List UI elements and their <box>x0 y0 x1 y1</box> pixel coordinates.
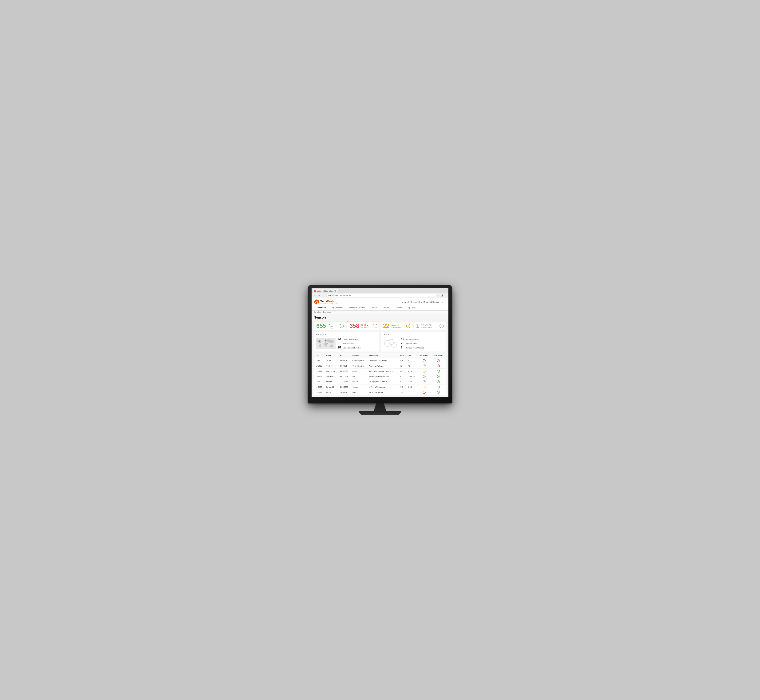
table-row[interactable]: 10:30:29 AC 59 29000001 Czech Republic O… <box>314 358 446 363</box>
tab-dashboard[interactable]: Dashboard <box>314 305 329 310</box>
monitor-screen: Dashboard | SensDesk × + ← → ↻ www.sensd… <box>312 288 448 397</box>
cell-sublocation: 89 Ave NW, Edmonton <box>367 384 398 390</box>
svg-point-4 <box>320 341 320 341</box>
cell-unit: %RH <box>406 384 417 390</box>
col-sublocation: Sublocation <box>367 353 398 358</box>
cell-name: Storage <box>325 379 338 384</box>
cell-location: Italy <box>351 374 367 379</box>
cell-id: 29000001 <box>338 390 351 395</box>
data-table-wrapper: Time Name ID Location Sublocation Value … <box>314 353 446 395</box>
cell-unit: WLD <box>406 379 417 384</box>
groups-stats: 42 Groups with Alarm 25 Sensors in Alarm… <box>401 337 444 350</box>
cell-last-status: ✕ <box>417 374 431 379</box>
stat-disabled-sub: 12 used Devices <box>421 327 438 328</box>
stat-alarm-card[interactable]: 358 ALARM 223 in last 2h ! <box>347 321 379 330</box>
monitor: Dashboard | SensDesk × + ← → ↻ www.sensd… <box>308 285 452 415</box>
status-disabled-icon: ✕ <box>423 375 426 378</box>
groups-card: GROUPS 42 Groups with A <box>381 332 446 352</box>
tab-close-button[interactable]: × <box>334 290 336 292</box>
status-disabled-icon: ✕ <box>423 380 426 383</box>
cell-sublocation: Ottomanova 1339, Prague <box>367 358 398 363</box>
stat-ok-sub: 12 used Devices <box>328 326 338 329</box>
tab-locations[interactable]: Locations <box>392 305 405 310</box>
table-row[interactable]: 10:30:25 Storage 652924144 Sweden Nyborg… <box>314 379 446 384</box>
stat-ok-card[interactable]: 655 OK 12 used Devices ✓ <box>314 321 346 330</box>
cell-actual-status: ✓ <box>431 379 446 384</box>
breadcrumb: SensDesk > Dashboard <box>312 311 448 314</box>
cell-unit: °C <box>406 390 417 395</box>
loc-stat-label-2: Sensors Invalid/Disabled <box>343 347 360 349</box>
address-bar[interactable]: www.sensdesk.com/en/sensdesk <box>326 294 436 297</box>
groups-graphic <box>383 338 399 349</box>
table-row[interactable]: 10:30:27 Server room 366985520 France Ru… <box>314 369 446 374</box>
locations-stats: 22 Locations with Alarm 2 Sensors in Ala… <box>337 337 377 350</box>
stat-ok-info: OK 12 used Devices <box>328 323 338 329</box>
cell-name: Ice box 15 <box>325 384 338 390</box>
user-icon[interactable]: 👤 <box>441 294 444 297</box>
table-row[interactable]: 10:30:29 AC 58 29000001 India Naig Rd 29… <box>314 390 446 395</box>
tab-devices[interactable]: Devices <box>368 305 380 310</box>
status-ok-icon: ✓ <box>423 364 426 367</box>
cell-time: 10:30:28 <box>314 363 325 369</box>
world-map-graphic <box>316 338 336 349</box>
forward-button[interactable]: → <box>317 294 321 297</box>
monitor-stand-base <box>359 411 401 415</box>
cell-value: 48.2 <box>398 369 406 374</box>
table-row[interactable]: 10:30:28 Cooler 5 30000871 Czech Republi… <box>314 363 446 369</box>
tab-groups[interactable]: Groups <box>380 305 392 310</box>
svg-point-8 <box>328 342 328 342</box>
grp-stat-num-2: 3 <box>401 345 405 349</box>
cell-value: 27,3 <box>398 358 406 363</box>
table-header-row: Time Name ID Location Sublocation Value … <box>314 353 446 358</box>
cell-actual-status: ! <box>431 358 446 363</box>
cell-time: 10:30:25 <box>314 379 325 384</box>
license-link[interactable]: License <box>434 301 439 303</box>
back-button[interactable]: ← <box>313 294 316 297</box>
stat-invalid-icon: ? <box>406 324 410 328</box>
status-ok-icon: ✓ <box>437 370 440 373</box>
toolbar-icons: ☆ 👤 ⋮ <box>437 294 447 297</box>
locations-groups-row: LOCATIONS <box>314 332 446 352</box>
cell-last-status: ? <box>417 369 431 374</box>
tab-sensors-detectors[interactable]: Sensors & Detectors <box>346 305 368 310</box>
loc-stat-row-2: 28 Sensors Invalid/Disabled <box>337 345 377 349</box>
table-row[interactable]: 10:30:27 Ice box 15 366985520 Canada 89 … <box>314 384 446 390</box>
loc-stat-num-1: 2 <box>337 341 342 345</box>
stat-alarm-sub: 223 in last 2h <box>361 327 371 328</box>
my-account-link[interactable]: My account <box>423 301 432 303</box>
cell-value: 24,6 <box>398 390 406 395</box>
tab-my-dashboard[interactable]: My Dashboard <box>329 305 346 310</box>
loc-stat-label-1: Sensors in Alarm <box>343 343 355 344</box>
browser-tab[interactable]: Dashboard | SensDesk × <box>313 289 338 292</box>
tab-my-graph[interactable]: My Graph <box>405 305 418 310</box>
help-link[interactable]: Help <box>418 301 422 303</box>
cell-location: Sweden <box>351 379 367 384</box>
groups-title: GROUPS <box>383 334 444 336</box>
table-row[interactable]: 10:30:26 Showroom 302871441 Italy Via Ma… <box>314 374 446 379</box>
cell-time: 10:30:26 <box>314 374 325 379</box>
new-tab-button[interactable]: + <box>338 289 342 293</box>
refresh-button[interactable]: ↻ <box>322 294 325 297</box>
cell-unit: %RH <box>406 369 417 374</box>
grp-stat-num-1: 25 <box>401 341 405 345</box>
cell-value: 0 <box>398 374 406 379</box>
bookmark-star-icon[interactable]: ☆ <box>437 294 440 297</box>
cell-location: France <box>351 369 367 374</box>
menu-icon[interactable]: ⋮ <box>444 294 447 297</box>
logout-link[interactable]: Log out <box>441 301 446 303</box>
col-name: Name <box>325 353 338 358</box>
cell-id: 366985520 <box>338 369 351 374</box>
status-ok-icon: ✓ <box>437 386 440 389</box>
stat-disabled-label: DISABLED <box>421 324 438 327</box>
stat-invalid-card[interactable]: 22 INVALID 12 used Devices ? <box>381 321 413 330</box>
stat-disabled-info: DISABLED 12 used Devices <box>421 324 438 328</box>
grp-stat-label-2: Sensors Invalid/Disabled <box>406 347 424 349</box>
stat-disabled-card[interactable]: 1 DISABLED 12 used Devices ✕ <box>414 321 446 330</box>
cell-actual-status: ✓ <box>431 374 446 379</box>
loc-stat-num-0: 22 <box>337 337 342 341</box>
loc-stat-label-0: Locations with Alarm <box>343 338 357 340</box>
app-body: Sensors 655 OK 12 used Devices ✓ 358 <box>312 314 448 397</box>
cell-time: 10:30:29 <box>314 390 325 395</box>
col-unit: Unit <box>406 353 417 358</box>
stat-alarm-number: 358 <box>350 323 359 329</box>
